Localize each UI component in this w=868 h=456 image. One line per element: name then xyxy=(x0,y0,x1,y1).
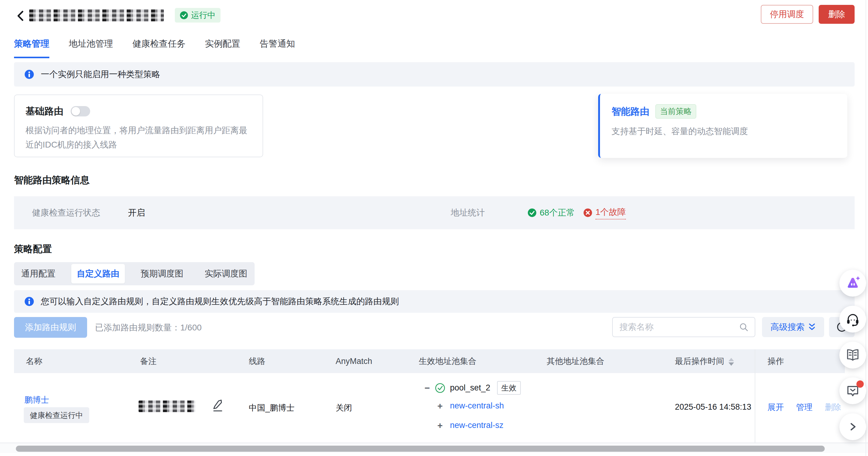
advanced-search-button[interactable]: 高级搜索 xyxy=(762,317,824,337)
feedback-fab[interactable] xyxy=(839,377,866,404)
rule-count-text: 已添加路由规则数量：1/600 xyxy=(95,322,202,334)
subtab-expected-scheduling[interactable]: 预期调度图 xyxy=(135,264,189,283)
active-pool-row: − pool_set_2 生效 xyxy=(425,381,521,395)
tab-alert-notification[interactable]: 告警通知 xyxy=(260,38,295,58)
normal-count: 68个正常 xyxy=(540,207,575,219)
sort-icon[interactable] xyxy=(728,358,734,366)
tab-policy-management[interactable]: 策略管理 xyxy=(14,38,49,58)
smart-routing-title: 智能路由 xyxy=(612,105,649,118)
rule-name-link[interactable]: 鹏博士 xyxy=(24,394,49,405)
custom-route-notice: 您可以输入自定义路由规则，自定义路由规则生效优先级高于智能路由策略系统生成的路由… xyxy=(14,290,855,313)
col-header-active-pools: 生效地址池集合 xyxy=(419,349,476,373)
basic-routing-title: 基础路由 xyxy=(26,105,63,118)
pool-link[interactable]: new-central-sh xyxy=(450,401,504,410)
last-operated-cell: 2025-05-16 14:58:13 xyxy=(675,402,751,412)
other-pool-row: + new-central-sz xyxy=(437,421,503,430)
notice-text: 一个实例只能启用一种类型策略 xyxy=(41,68,160,80)
pool-active-badge: 生效 xyxy=(497,381,521,395)
smart-routing-card[interactable]: 智能路由 当前策略 支持基于时延、容量的动态智能调度 xyxy=(598,94,847,158)
fault-count: 1个故障 xyxy=(595,206,626,220)
col-header-other-pools: 其他地址池集合 xyxy=(547,349,604,373)
x-circle-icon xyxy=(583,208,592,217)
expand-action[interactable]: 展开 xyxy=(768,402,784,413)
documentation-fab[interactable] xyxy=(839,342,866,369)
double-chevron-down-icon xyxy=(808,323,816,331)
normal-address-stat: 68个正常 xyxy=(527,207,575,219)
edit-remark-button[interactable] xyxy=(211,398,224,413)
smart-routing-description: 支持基于时延、容量的动态智能调度 xyxy=(612,124,836,138)
col-header-last-operated-label: 最后操作时间 xyxy=(675,357,724,366)
subtab-actual-scheduling[interactable]: 实际调度图 xyxy=(199,264,253,283)
tab-health-check-tasks[interactable]: 健康检查任务 xyxy=(132,38,185,58)
instance-policy-notice: 一个实例只能启用一种类型策略 xyxy=(14,62,855,87)
col-header-line: 线路 xyxy=(249,349,265,373)
check-circle-icon xyxy=(527,208,537,217)
basic-routing-toggle[interactable] xyxy=(71,106,90,116)
sort-desc-caret xyxy=(728,363,734,366)
row-actions: 展开 管理 删除 xyxy=(768,402,841,413)
col-header-remark: 备注 xyxy=(140,349,157,373)
search-input[interactable] xyxy=(619,322,739,332)
back-button[interactable] xyxy=(14,9,27,23)
policy-info-panel: 健康检查运行状态 开启 地址统计 68个正常 1个故障 xyxy=(14,196,855,229)
add-route-rule-button[interactable]: 添加路由规则 xyxy=(14,317,87,338)
health-check-status-label: 健康检查运行状态 xyxy=(32,196,100,229)
pencil-icon xyxy=(211,398,223,412)
delete-action[interactable]: 删除 xyxy=(825,402,841,413)
notification-dot xyxy=(857,380,864,388)
notice-text: 您可以输入自定义路由规则，自定义路由规则生效优先级高于智能路由策略系统生成的路由… xyxy=(41,296,399,307)
info-icon xyxy=(24,69,34,79)
delete-instance-button[interactable]: 删除 xyxy=(819,5,855,24)
ai-assistant-icon xyxy=(844,275,861,291)
support-fab[interactable] xyxy=(839,306,866,333)
policy-info-section-title: 智能路由策略信息 xyxy=(14,174,90,187)
status-badge-label: 运行中 xyxy=(191,10,216,21)
pool-set-name: pool_set_2 xyxy=(450,383,490,393)
basic-routing-card: 基础路由 根据访问者的地理位置，将用户流量路由到距离用户距离最近的IDC机房的接… xyxy=(14,94,263,157)
manage-action[interactable]: 管理 xyxy=(796,402,812,413)
expand-toggle[interactable]: + xyxy=(437,421,443,430)
current-policy-badge: 当前策略 xyxy=(655,104,696,119)
info-icon xyxy=(24,296,34,306)
address-stats: 68个正常 1个故障 xyxy=(527,196,626,229)
address-stats-label: 地址统计 xyxy=(451,196,485,229)
collapse-panel-fab[interactable] xyxy=(839,413,866,440)
fault-address-stat[interactable]: 1个故障 xyxy=(583,206,626,220)
health-check-status-value: 开启 xyxy=(128,196,145,229)
line-cell: 中国_鹏博士 xyxy=(249,402,294,413)
redacted-remark xyxy=(138,401,195,412)
tab-instance-config[interactable]: 实例配置 xyxy=(205,38,240,58)
expand-toggle[interactable]: + xyxy=(437,401,443,410)
col-header-anymatch: AnyMatch xyxy=(336,349,372,373)
check-circle-outline-icon xyxy=(435,383,445,393)
scheduling-instance-page: 运行中 停用调度 删除 策略管理 地址池管理 健康检查任务 实例配置 告警通知 … xyxy=(0,0,868,456)
basic-routing-description: 根据访问者的地理位置，将用户流量路由到距离用户距离最近的IDC机房的接入线路 xyxy=(26,123,252,152)
horizontal-scrollbar-thumb[interactable] xyxy=(16,446,825,452)
col-header-actions: 操作 xyxy=(768,349,784,373)
chevron-left-icon xyxy=(14,9,27,23)
table-row: 鹏博士 健康检查运行中 中国_鹏博士 关闭 − pool_set_2 生效 + … xyxy=(14,373,845,445)
subtab-custom-routing[interactable]: 自定义路由 xyxy=(71,264,125,283)
health-check-running-badge: 健康检查运行中 xyxy=(24,407,89,423)
redacted-domain-name xyxy=(29,9,164,21)
other-pool-row: + new-central-sh xyxy=(437,401,504,410)
stop-scheduling-button[interactable]: 停用调度 xyxy=(761,5,813,24)
route-rules-table: 名称 备注 线路 AnyMatch 生效地址池集合 其他地址池集合 最后操作时间… xyxy=(14,349,845,445)
status-badge: 运行中 xyxy=(175,8,220,23)
col-header-last-operated: 最后操作时间 xyxy=(675,349,734,373)
ai-assistant-fab[interactable] xyxy=(839,270,866,296)
policy-config-sub-tabs: 通用配置 自定义路由 预期调度图 实际调度图 xyxy=(14,262,255,285)
collapse-toggle[interactable]: − xyxy=(425,383,430,393)
chevron-right-icon xyxy=(848,422,857,432)
toggle-knob xyxy=(71,107,80,116)
check-circle-icon xyxy=(180,11,188,20)
tab-address-pool[interactable]: 地址池管理 xyxy=(69,38,113,58)
policy-config-section-title: 策略配置 xyxy=(14,243,52,255)
pool-link[interactable]: new-central-sz xyxy=(450,421,504,430)
subtab-general-config[interactable]: 通用配置 xyxy=(16,264,61,283)
table-header: 名称 备注 线路 AnyMatch 生效地址池集合 其他地址池集合 最后操作时间… xyxy=(14,349,845,373)
advanced-search-label: 高级搜索 xyxy=(771,321,805,333)
horizontal-scrollbar-track xyxy=(0,443,868,453)
search-box xyxy=(612,317,755,337)
anymatch-cell: 关闭 xyxy=(336,402,352,413)
